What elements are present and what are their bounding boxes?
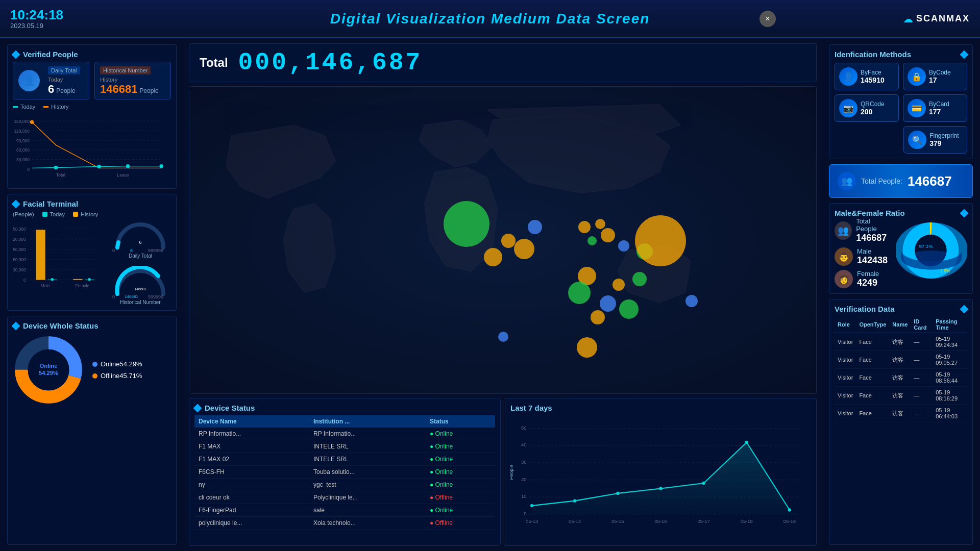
table-row: VisitorFace访客—05-19 09:05:27 [835,351,967,369]
svg-text:People: People [510,465,514,480]
id-bycard: 💳 ByCard 177 [903,94,967,122]
map-bubble [635,215,686,266]
male-info: Male 142438 [857,247,888,266]
gauge1-current: 6 [130,248,133,253]
svg-text:60,000: 60,000 [16,147,30,153]
svg-rect-33 [73,279,82,280]
svg-text:150,000: 150,000 [14,119,30,124]
main-content: Verified People 👤 Daily Total Today 6 Pe… [0,38,980,551]
map-bubble [612,279,625,291]
svg-text:Total: Total [56,172,65,178]
donut-chart: Online 54.29% [13,334,84,406]
legend-history-label: History [51,104,68,110]
svg-text:05-17: 05-17 [698,518,710,524]
total-info: Total People 146687 [856,217,891,243]
svg-text:Online: Online [40,363,58,369]
legend-today-icon [13,106,18,108]
total-avatar: 👥 [835,221,852,240]
table-row: nyygc_test● Online [194,479,495,491]
table-row: RP Informatio...RP Informatio...● Online [194,428,495,440]
gauge1-max: 999999 [148,248,163,253]
bycode-name: ByCode [929,69,951,76]
bycard-name: ByCard [929,101,949,108]
svg-text:10: 10 [521,493,527,499]
facial-terminal-section: Facial Terminal (People) Today History [7,194,177,311]
facial-bar-chart: 150,000 120,000 90,000 60,000 30,000 0 [13,219,106,301]
female-type: Female [857,270,879,278]
qrcode-icon: 📷 [839,99,857,117]
svg-text:20: 20 [521,477,527,482]
svg-text:54.29%: 54.29% [39,370,58,376]
status-badge: ● Online [430,456,453,463]
gauge1-min: 0 [112,248,115,253]
total-ratio-num: 146687 [856,233,891,243]
svg-point-36 [88,278,90,281]
gauge2-svg: 146681 [112,266,168,296]
vcol-time: Passing Time [933,316,967,333]
gauge2-min: 0 [112,294,115,299]
table-row: VisitorFace访客—05-19 09:24:34 [835,333,967,351]
last7-header: Last 7 days [510,404,811,412]
verified-legend: Today History [13,104,171,110]
id-fingerprint: 🔍 Fingerprint 379 [903,126,967,154]
fingerprint-row: 🔍 Fingerprint 379 [835,126,967,154]
status-badge: ● Online [430,468,453,475]
legend-history: History [43,104,68,110]
map-bubble [632,272,647,286]
history-num: 146681 [100,83,137,96]
svg-marker-59 [532,442,790,514]
svg-point-12 [30,120,34,124]
vcol-opentype: OpenType [856,316,889,333]
map-bubble [595,219,605,229]
id-diamond [960,50,969,59]
female-avatar: 👩 [835,270,853,288]
gauge1-svg: 6 [112,219,168,250]
logo: ☁ SCANMAX [903,13,970,25]
map-bubble [501,234,516,248]
map-bubble [685,295,698,307]
status-badge: ● Offline [430,494,453,501]
table-row: F1 MAXINTELE SRL● Online [194,440,495,453]
history-people: People [139,87,158,94]
total-people-num: 146687 [908,173,952,189]
svg-point-63 [659,487,662,490]
bycard-icon: 💳 [908,99,926,117]
ratio-stats: 👥 Total People 146687 👨 Male 142438 [835,217,891,288]
gauge1: 6 0 6 999999 Daily Total [112,219,168,259]
svg-point-35 [51,278,54,281]
map-bubble [619,299,639,319]
svg-text:05-15: 05-15 [611,518,624,524]
col-institution: Institution ... [309,415,426,428]
svg-text:90,000: 90,000 [13,247,26,252]
table-row: polyclinique le...Xola technolo...● Offl… [194,517,495,530]
device-whole-header: Device Whole Status [13,321,171,330]
close-button[interactable]: × [760,11,776,27]
verified-people-section: Verified People 👤 Daily Total Today 6 Pe… [7,44,177,189]
map-bubble [600,295,616,312]
id-byface: 👤 ByFace 145910 [835,63,899,90]
status-badge: ● Online [430,430,453,437]
today-icon: 👤 [18,70,40,91]
svg-text:120,000: 120,000 [13,237,26,242]
gauge2-max: 999999 [148,294,163,299]
facial-today-label: Today [50,211,65,217]
facial-history-icon [73,212,78,217]
map-bubble [591,310,605,324]
svg-text:60,000: 60,000 [13,258,26,262]
offline-text: Offline45.71% [101,372,142,380]
today-sub: Today [48,77,80,83]
svg-text:90,000: 90,000 [16,138,30,143]
device-whole-section: Device Whole Status Online 54.29% [7,316,177,545]
world-map [189,86,817,394]
verify-section: Verification Data Role OpenType Name ID … [829,299,973,545]
device-whole-title: Device Whole Status [23,321,99,330]
facial-today-icon [42,212,47,217]
svg-text:97.1%: 97.1% [919,243,933,249]
map-bubble [578,221,591,233]
bycode-icon: 🔒 [908,67,926,86]
svg-point-16 [159,164,163,168]
svg-text:05-16: 05-16 [654,518,667,524]
map-bubble [514,239,534,259]
header-time: 10:24:18 [10,8,63,22]
header: 10:24:18 2023.05.19 Digital Visualizatio… [0,0,980,38]
